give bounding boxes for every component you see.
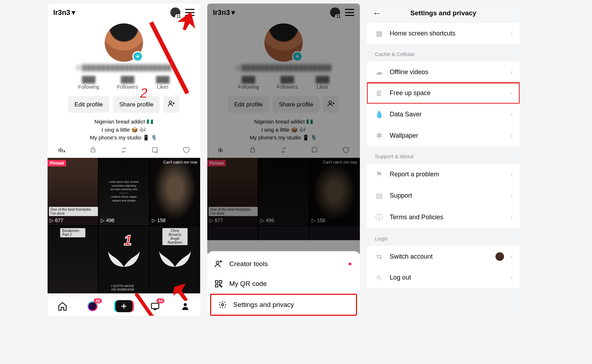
bio-line: Nigerian bread addict 🇳🇬 bbox=[48, 118, 200, 126]
add-story-icon: + bbox=[292, 51, 303, 62]
svg-point-7 bbox=[329, 101, 331, 104]
arrow-icon bbox=[174, 283, 191, 301]
bio-line: I sing a little 📦 🎶 bbox=[48, 126, 200, 134]
add-story-icon[interactable]: + bbox=[132, 51, 143, 62]
profile-avatar: + bbox=[264, 23, 303, 62]
svg-rect-2 bbox=[152, 147, 157, 152]
svg-rect-11 bbox=[215, 281, 218, 283]
inbox-badge: 44 bbox=[157, 298, 164, 303]
drop-icon: 💧 bbox=[375, 110, 383, 118]
phone-panel-1: Ir3n3 ▾ 11 + @███████████████████ ███ Fo… bbox=[48, 4, 200, 316]
tab-reposts-icon[interactable] bbox=[117, 146, 131, 155]
svg-rect-8 bbox=[251, 149, 255, 152]
svg-rect-1 bbox=[91, 149, 95, 152]
bottom-sheet: Creator tools My QR code Settings and pr… bbox=[207, 251, 360, 316]
tab-private-icon[interactable] bbox=[86, 146, 100, 155]
menu-icon[interactable] bbox=[345, 9, 354, 16]
sheet-settings-privacy[interactable]: Settings and privacy bbox=[211, 295, 356, 315]
cloud-icon: ☁ bbox=[375, 68, 383, 76]
svg-rect-3 bbox=[152, 303, 159, 308]
svg-rect-9 bbox=[312, 147, 317, 152]
chat-icon: ▤ bbox=[375, 191, 383, 200]
home-shortcut-icon: ▦ bbox=[375, 29, 383, 38]
trash-icon: 🗑 bbox=[375, 89, 383, 97]
svg-point-10 bbox=[216, 261, 219, 264]
pinned-badge: Pinned bbox=[48, 160, 66, 166]
friends-tab[interactable]: 43 bbox=[86, 299, 100, 313]
svg-rect-12 bbox=[219, 281, 222, 283]
friends-badge: 43 bbox=[94, 298, 102, 303]
settings-home-shortcuts[interactable]: ▦ Home screen shortcuts › bbox=[367, 23, 520, 44]
stat-followers[interactable]: ███ Followers bbox=[117, 76, 138, 90]
account-avatar-icon bbox=[495, 252, 504, 261]
add-friend-button[interactable] bbox=[163, 96, 180, 113]
arrow-icon bbox=[178, 11, 198, 31]
play-count: ▷677 bbox=[50, 217, 63, 223]
sheet-label: My QR code bbox=[229, 280, 267, 288]
profile-avatar[interactable]: + bbox=[105, 23, 143, 62]
chevron-down-icon: ▾ bbox=[72, 8, 75, 17]
svg-rect-14 bbox=[219, 285, 220, 286]
phone-panel-2: Ir3n3 ▾ 11 + @███████████████████ ███Fol… bbox=[207, 4, 360, 316]
annotation-step-1: 1 bbox=[124, 232, 132, 248]
settings-log-out[interactable]: ⎋ Log out › bbox=[367, 267, 520, 288]
header-avatar[interactable]: 11 bbox=[330, 7, 340, 17]
svg-point-0 bbox=[169, 101, 172, 104]
chevron-down-icon: ▾ bbox=[231, 8, 235, 17]
home-tab-icon[interactable] bbox=[55, 299, 70, 313]
sparkle-icon: ✽ bbox=[375, 131, 383, 140]
logout-icon: ⎋ bbox=[375, 274, 383, 282]
sheet-creator-tools[interactable]: Creator tools bbox=[207, 254, 360, 274]
settings-switch-account[interactable]: ⇆ Switch account › bbox=[367, 246, 520, 267]
annotation-step-2: 2 bbox=[140, 85, 148, 101]
create-button[interactable] bbox=[115, 300, 132, 312]
settings-offline-videos[interactable]: ☁ Offline videos › bbox=[367, 61, 520, 83]
flag-icon: ⚑ bbox=[375, 170, 383, 178]
settings-wallpaper[interactable]: ✽ Wallpaper › bbox=[367, 125, 520, 146]
tab-saved-icon[interactable] bbox=[148, 146, 162, 155]
svg-marker-6 bbox=[178, 11, 198, 31]
sheet-qr-code[interactable]: My QR code bbox=[207, 274, 360, 294]
svg-rect-13 bbox=[215, 285, 218, 287]
profile-tab-icon[interactable] bbox=[178, 299, 192, 313]
settings-report-problem[interactable]: ⚑ Report a problem › bbox=[367, 164, 520, 185]
tab-feed-icon[interactable] bbox=[55, 146, 69, 155]
video-thumb[interactable]: Can't catch me now ▷158 bbox=[150, 158, 200, 225]
group-cache-title: Cache & Cellular bbox=[367, 44, 520, 61]
chevron-right-icon: › bbox=[510, 30, 512, 37]
svg-marker-5 bbox=[174, 283, 191, 301]
svg-rect-15 bbox=[221, 286, 222, 287]
username-dropdown[interactable]: Ir3n3 ▾ bbox=[213, 8, 235, 17]
back-arrow-icon[interactable]: ← bbox=[373, 8, 381, 18]
switch-icon: ⇆ bbox=[375, 252, 383, 261]
share-profile-button[interactable]: Share profile bbox=[113, 96, 160, 113]
group-login-title: Login bbox=[367, 228, 520, 246]
video-thumb[interactable]: Breakeven Part 2 bbox=[48, 226, 98, 293]
sheet-label: Settings and privacy bbox=[233, 301, 294, 309]
page-title: Settings and privacy bbox=[410, 9, 476, 17]
svg-point-4 bbox=[183, 303, 187, 306]
settings-terms[interactable]: ⓘ Terms and Policies › bbox=[367, 206, 520, 228]
group-support-title: Support & About bbox=[367, 146, 520, 164]
video-thumb[interactable]: Lorem ipsum dolor sit ametconsectetur ad… bbox=[99, 158, 149, 225]
settings-free-up-space[interactable]: 🗑 Free up space › bbox=[367, 83, 520, 104]
username-text: Ir3n3 bbox=[53, 9, 70, 17]
sheet-label: Creator tools bbox=[229, 260, 268, 268]
info-icon: ⓘ bbox=[375, 213, 383, 222]
gear-icon bbox=[218, 300, 227, 309]
phone-panel-3: ← Settings and privacy ▦ Home screen sho… bbox=[367, 4, 520, 316]
username-dropdown[interactable]: Ir3n3 ▾ bbox=[53, 8, 75, 17]
edit-profile-button[interactable]: Edit profile bbox=[68, 96, 109, 113]
settings-support[interactable]: ▤ Support › bbox=[367, 185, 520, 206]
settings-data-saver[interactable]: 💧 Data Saver › bbox=[367, 104, 520, 125]
tab-liked-icon[interactable] bbox=[179, 146, 193, 155]
video-thumb[interactable]: Pinned One of the best freestyles I've d… bbox=[48, 158, 98, 225]
svg-point-16 bbox=[221, 304, 224, 306]
notification-dot-icon bbox=[349, 263, 351, 265]
bio-line: My phone's my studio 📱 🎙️ bbox=[48, 134, 200, 142]
stat-likes[interactable]: ███ Likes bbox=[156, 76, 169, 90]
play-icon: ▷ bbox=[50, 217, 54, 223]
stat-following[interactable]: ███ Following bbox=[78, 76, 99, 90]
